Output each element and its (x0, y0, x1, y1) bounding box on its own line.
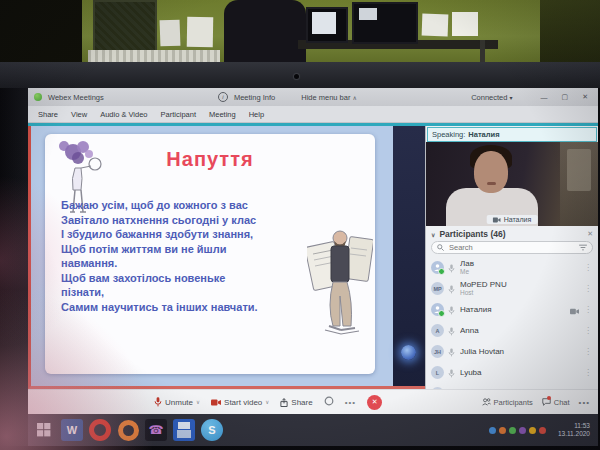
participant-role: Host (460, 289, 580, 297)
taskbar-skype-icon[interactable]: S (201, 419, 223, 441)
search-input[interactable] (447, 242, 576, 253)
tray-icon[interactable] (539, 427, 546, 434)
avatar (431, 303, 444, 316)
tray-icon[interactable] (489, 427, 496, 434)
participant-row[interactable]: Лав Me ⋮ (431, 257, 593, 278)
unmute-button[interactable]: Unmute ∨ (154, 397, 200, 407)
participants-icon (482, 398, 491, 406)
menu-share[interactable]: Share (38, 110, 58, 119)
speaker-face (474, 151, 508, 193)
connection-status[interactable]: Connected ▾ (471, 93, 512, 102)
participant-row[interactable]: A Anna ⋮ (431, 320, 593, 341)
tray-icon[interactable] (499, 427, 506, 434)
window-titlebar: Webex Meetings i Meeting Info Hide menu … (28, 88, 598, 106)
speaking-name: Наталия (468, 130, 499, 139)
participants-panel: ∨ Participants (46) ✕ (426, 226, 598, 389)
more-options-button[interactable]: ••• (345, 398, 356, 407)
taskbar-word-icon[interactable]: W (61, 419, 83, 441)
start-video-button[interactable]: Start video ∨ (211, 398, 269, 407)
app-title: Webex Meetings (48, 93, 104, 102)
more-options-icon[interactable]: ⋮ (584, 368, 593, 377)
participant-row[interactable]: L Lyuba ⋮ (431, 362, 593, 383)
taskbar-opera-icon[interactable] (89, 419, 111, 441)
poem-line: І збудило бажання здобути знання, (61, 227, 311, 242)
avatar (431, 387, 444, 389)
chevron-up-icon: ∧ (353, 95, 357, 101)
laptop-bezel (0, 62, 600, 88)
wall-paper (187, 17, 214, 47)
start-button[interactable] (33, 419, 55, 441)
menu-bar: Share View Audio & Video Participant Mee… (28, 106, 598, 123)
poem-line: навмання. (61, 256, 311, 271)
chat-notification-dot (547, 396, 551, 400)
hide-menu-bar-button[interactable]: Hide menu bar ∧ (301, 93, 357, 102)
menu-help[interactable]: Help (249, 110, 264, 119)
meeting-info-button[interactable]: Meeting Info (234, 93, 275, 102)
wall-right-dark (540, 0, 600, 66)
close-panel-icon[interactable]: ✕ (587, 230, 593, 238)
poem-line: Бажаю усім, щоб до кожного з вас (61, 198, 311, 213)
search-icon (437, 244, 444, 251)
menu-participant[interactable]: Participant (161, 110, 196, 119)
participants-header[interactable]: ∨ Participants (46) ✕ (431, 229, 593, 239)
participant-row[interactable]: MP MoPED PNU Host ⋮ (431, 278, 593, 299)
maximize-button[interactable]: ▢ (558, 93, 573, 101)
more-options-icon[interactable]: ⋮ (584, 305, 593, 314)
muted-mic-icon (448, 343, 456, 361)
laptop-screen: Webex Meetings i Meeting Info Hide menu … (28, 88, 598, 446)
tray-icon[interactable] (519, 427, 526, 434)
shared-desktop-strip (393, 126, 425, 386)
slide-poem: Бажаю усім, щоб до кожного з вас Завітал… (61, 198, 311, 314)
caret-down-icon: ▾ (510, 95, 513, 101)
presentation-slide: Напуття Бажаю усім, щоб до кожного з вас… (45, 134, 375, 374)
wall-card (422, 14, 449, 37)
more-options-icon[interactable]: ⋮ (584, 284, 593, 293)
more-panels-button[interactable]: ••• (579, 398, 590, 407)
participant-row[interactable]: JH Julia Hovtan ⋮ (431, 341, 593, 362)
record-button[interactable] (324, 396, 334, 408)
menu-audio-video[interactable]: Audio & Video (100, 110, 147, 119)
tray-icon[interactable] (509, 427, 516, 434)
more-options-icon[interactable]: ⋮ (584, 347, 593, 356)
poem-line: Самим научитись та інших навчати. (61, 300, 311, 315)
taskbar-drive-icon[interactable] (173, 419, 195, 441)
chat-toggle-button[interactable]: Chat (542, 398, 570, 407)
chevron-down-icon: ∨ (196, 399, 200, 405)
chevron-down-icon: ∨ (431, 231, 435, 238)
muted-mic-icon (448, 322, 456, 340)
menu-view[interactable]: View (71, 110, 87, 119)
minimize-button[interactable]: — (537, 94, 552, 101)
monitor (306, 7, 348, 43)
leave-meeting-button[interactable]: ✕ (367, 395, 382, 410)
participant-name: Lyuba (460, 369, 580, 377)
participant-row[interactable]: Наталия ⋮ (431, 299, 593, 320)
participant-search[interactable] (431, 241, 593, 254)
speaker-video-thumbnail[interactable]: Наталия (426, 142, 598, 226)
menu-meeting[interactable]: Meeting (209, 110, 236, 119)
record-icon (324, 396, 334, 406)
participant-name: Наталия (460, 306, 566, 314)
avatar (431, 261, 444, 274)
more-options-icon[interactable]: ⋮ (584, 263, 593, 272)
participants-toggle-button[interactable]: Participants (482, 398, 533, 407)
laptop-bezel-left (0, 88, 28, 450)
muted-mic-icon (448, 259, 456, 277)
participant-row[interactable] (431, 383, 593, 389)
taskbar-browser-icon[interactable] (117, 419, 139, 441)
taskbar-viber-icon[interactable]: ☎ (145, 419, 167, 441)
participant-name: Лав (460, 260, 580, 268)
muted-mic-icon (448, 280, 456, 298)
chevron-down-icon: ∨ (265, 399, 269, 405)
share-button[interactable]: Share (280, 398, 312, 407)
participant-name: MoPED PNU (460, 281, 580, 289)
close-button[interactable]: ✕ (578, 93, 592, 101)
avatar: MP (431, 282, 444, 295)
status-badge (438, 268, 445, 275)
tray-icon[interactable] (529, 427, 536, 434)
shared-screen-area: Напуття Бажаю усім, щоб до кожного з вас… (28, 126, 425, 389)
wall-paper (160, 20, 181, 47)
mic-icon (154, 397, 162, 407)
participants-title: Participants (46) (439, 229, 505, 239)
more-options-icon[interactable]: ⋮ (584, 326, 593, 335)
taskbar-clock[interactable]: 11:53 13.11.2020 (558, 422, 590, 438)
